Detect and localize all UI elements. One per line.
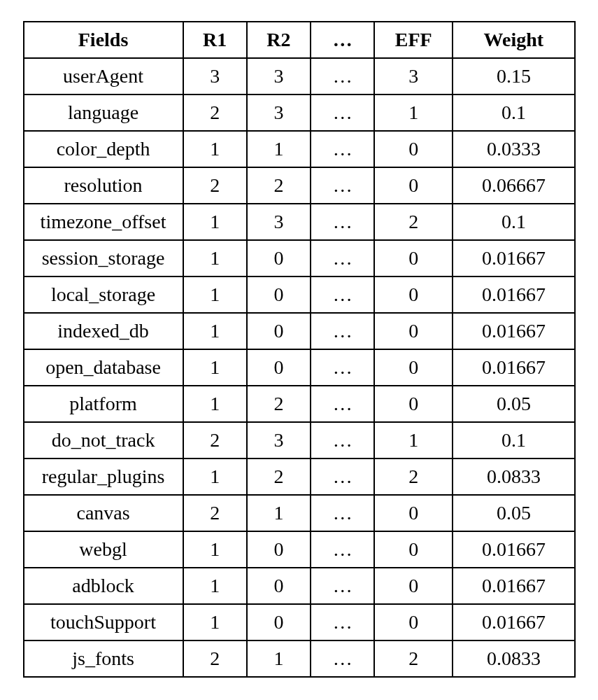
table-row: js_fonts21…20.0833 — [24, 640, 575, 677]
cell-eff: 0 — [374, 349, 453, 386]
cell-fields: touchSupport — [24, 604, 183, 640]
cell-r2: 3 — [247, 58, 311, 94]
cell-r2: 1 — [247, 495, 311, 531]
cell-r2: 0 — [247, 531, 311, 568]
cell-fields: timezone_offset — [24, 204, 183, 240]
cell-dots: … — [311, 204, 374, 240]
table-row: timezone_offset13…20.1 — [24, 204, 575, 240]
cell-r2: 2 — [247, 167, 311, 204]
cell-eff: 1 — [374, 422, 453, 458]
table-row: canvas21…00.05 — [24, 495, 575, 531]
cell-fields: userAgent — [24, 58, 183, 94]
cell-dots: … — [311, 276, 374, 313]
table-row: userAgent33…30.15 — [24, 58, 575, 94]
table-row: do_not_track23…10.1 — [24, 422, 575, 458]
cell-dots: … — [311, 386, 374, 422]
cell-dots: … — [311, 640, 374, 677]
cell-weight: 0.01667 — [453, 531, 574, 568]
cell-fields: webgl — [24, 531, 183, 568]
cell-fields: do_not_track — [24, 422, 183, 458]
cell-weight: 0.0833 — [453, 640, 574, 677]
cell-r1: 2 — [183, 422, 247, 458]
cell-dots: … — [311, 349, 374, 386]
cell-eff: 0 — [374, 568, 453, 604]
cell-r2: 0 — [247, 276, 311, 313]
cell-weight: 0.01667 — [453, 240, 574, 276]
cell-weight: 0.01667 — [453, 349, 574, 386]
col-header-fields: Fields — [24, 22, 183, 58]
cell-r1: 3 — [183, 58, 247, 94]
cell-fields: canvas — [24, 495, 183, 531]
cell-fields: js_fonts — [24, 640, 183, 677]
col-header-r1: R1 — [183, 22, 247, 58]
cell-dots: … — [311, 604, 374, 640]
cell-r2: 1 — [247, 131, 311, 167]
cell-eff: 0 — [374, 604, 453, 640]
cell-eff: 1 — [374, 94, 453, 131]
cell-r1: 2 — [183, 495, 247, 531]
col-header-r2: R2 — [247, 22, 311, 58]
cell-dots: … — [311, 58, 374, 94]
cell-weight: 0.1 — [453, 94, 574, 131]
cell-r2: 0 — [247, 313, 311, 349]
cell-fields: resolution — [24, 167, 183, 204]
cell-eff: 0 — [374, 531, 453, 568]
cell-weight: 0.0333 — [453, 131, 574, 167]
cell-eff: 2 — [374, 458, 453, 495]
cell-fields: platform — [24, 386, 183, 422]
cell-r2: 3 — [247, 94, 311, 131]
cell-r1: 2 — [183, 640, 247, 677]
cell-fields: language — [24, 94, 183, 131]
table-row: language23…10.1 — [24, 94, 575, 131]
cell-eff: 0 — [374, 313, 453, 349]
cell-eff: 0 — [374, 167, 453, 204]
cell-dots: … — [311, 495, 374, 531]
cell-eff: 0 — [374, 240, 453, 276]
cell-r2: 2 — [247, 386, 311, 422]
cell-dots: … — [311, 531, 374, 568]
cell-eff: 3 — [374, 58, 453, 94]
col-header-eff: EFF — [374, 22, 453, 58]
cell-weight: 0.1 — [453, 204, 574, 240]
cell-fields: regular_plugins — [24, 458, 183, 495]
cell-dots: … — [311, 422, 374, 458]
cell-r1: 1 — [183, 568, 247, 604]
cell-r2: 3 — [247, 204, 311, 240]
cell-weight: 0.05 — [453, 386, 574, 422]
table-row: webgl10…00.01667 — [24, 531, 575, 568]
cell-r1: 1 — [183, 458, 247, 495]
cell-dots: … — [311, 240, 374, 276]
table-row: regular_plugins12…20.0833 — [24, 458, 575, 495]
cell-r2: 0 — [247, 240, 311, 276]
cell-weight: 0.01667 — [453, 568, 574, 604]
table-body: userAgent33…30.15language23…10.1color_de… — [24, 58, 575, 677]
cell-r1: 1 — [183, 131, 247, 167]
cell-fields: adblock — [24, 568, 183, 604]
cell-r1: 1 — [183, 349, 247, 386]
cell-eff: 2 — [374, 204, 453, 240]
cell-fields: open_database — [24, 349, 183, 386]
cell-dots: … — [311, 458, 374, 495]
cell-weight: 0.05 — [453, 495, 574, 531]
cell-fields: session_storage — [24, 240, 183, 276]
table-row: local_storage10…00.01667 — [24, 276, 575, 313]
cell-r2: 0 — [247, 349, 311, 386]
table-row: platform12…00.05 — [24, 386, 575, 422]
cell-r2: 3 — [247, 422, 311, 458]
table-row: touchSupport10…00.01667 — [24, 604, 575, 640]
cell-r2: 1 — [247, 640, 311, 677]
cell-r2: 0 — [247, 568, 311, 604]
cell-eff: 0 — [374, 495, 453, 531]
cell-r1: 2 — [183, 94, 247, 131]
cell-weight: 0.01667 — [453, 313, 574, 349]
cell-dots: … — [311, 313, 374, 349]
data-table: Fields R1 R2 … EFF Weight userAgent33…30… — [23, 21, 576, 678]
table-row: color_depth11…00.0333 — [24, 131, 575, 167]
cell-dots: … — [311, 568, 374, 604]
cell-r1: 2 — [183, 167, 247, 204]
cell-eff: 0 — [374, 131, 453, 167]
cell-weight: 0.0833 — [453, 458, 574, 495]
table-row: open_database10…00.01667 — [24, 349, 575, 386]
cell-r1: 1 — [183, 531, 247, 568]
cell-weight: 0.15 — [453, 58, 574, 94]
